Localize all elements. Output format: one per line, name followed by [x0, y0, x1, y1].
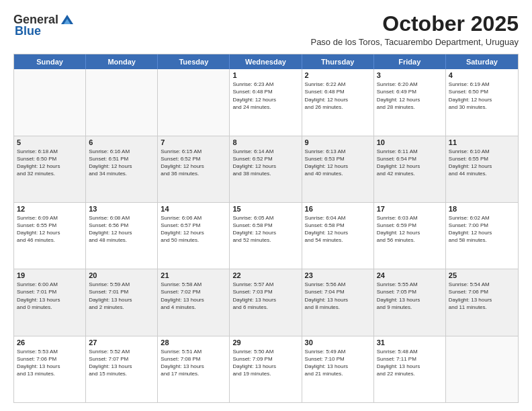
day-info: Sunrise: 5:51 AMSunset: 7:08 PMDaylight:…: [161, 348, 226, 378]
day-number: 20: [89, 271, 154, 279]
day-number: 15: [232, 205, 298, 213]
day-cell-25: 25Sunrise: 5:54 AMSunset: 7:06 PMDayligh…: [446, 269, 518, 335]
day-info: Sunrise: 6:09 AMSunset: 6:55 PMDaylight:…: [17, 214, 83, 244]
day-info: Sunrise: 5:50 AMSunset: 7:09 PMDaylight:…: [232, 348, 298, 378]
day-number: 9: [305, 138, 371, 146]
day-cell-19: 19Sunrise: 6:00 AMSunset: 7:01 PMDayligh…: [14, 269, 86, 335]
day-number: 12: [17, 205, 83, 213]
header-day-wednesday: Wednesday: [230, 54, 302, 69]
day-info: Sunrise: 6:14 AMSunset: 6:52 PMDaylight:…: [232, 148, 298, 178]
day-number: 8: [232, 138, 298, 146]
day-number: 18: [449, 205, 515, 213]
day-cell-14: 14Sunrise: 6:06 AMSunset: 6:57 PMDayligh…: [158, 203, 230, 269]
day-info: Sunrise: 6:22 AMSunset: 6:48 PMDaylight:…: [305, 81, 371, 111]
day-cell-20: 20Sunrise: 5:59 AMSunset: 7:01 PMDayligh…: [86, 269, 158, 335]
day-info: Sunrise: 5:48 AMSunset: 7:11 PMDaylight:…: [377, 348, 443, 378]
empty-cell: [14, 69, 86, 135]
day-number: 7: [161, 138, 226, 146]
page: General Blue October 2025 Paso de los To…: [0, 0, 532, 411]
day-number: 27: [89, 338, 154, 347]
header-day-sunday: Sunday: [14, 54, 86, 69]
header-day-monday: Monday: [86, 54, 158, 69]
day-info: Sunrise: 6:13 AMSunset: 6:53 PMDaylight:…: [305, 148, 371, 178]
day-info: Sunrise: 6:20 AMSunset: 6:49 PMDaylight:…: [377, 81, 443, 111]
day-cell-27: 27Sunrise: 5:52 AMSunset: 7:07 PMDayligh…: [86, 336, 158, 402]
calendar-row-2: 12Sunrise: 6:09 AMSunset: 6:55 PMDayligh…: [14, 202, 518, 269]
day-info: Sunrise: 6:02 AMSunset: 7:00 PMDaylight:…: [449, 214, 515, 244]
day-number: 10: [377, 138, 443, 146]
day-number: 19: [17, 271, 83, 279]
header-day-friday: Friday: [374, 54, 446, 69]
month-title: October 2025: [310, 12, 519, 36]
day-cell-31: 31Sunrise: 5:48 AMSunset: 7:11 PMDayligh…: [374, 336, 446, 402]
header: General Blue October 2025 Paso de los To…: [13, 12, 519, 47]
day-cell-21: 21Sunrise: 5:58 AMSunset: 7:02 PMDayligh…: [158, 269, 230, 335]
day-cell-11: 11Sunrise: 6:10 AMSunset: 6:55 PMDayligh…: [446, 136, 518, 202]
day-number: 1: [232, 71, 298, 79]
day-info: Sunrise: 6:08 AMSunset: 6:56 PMDaylight:…: [89, 214, 154, 244]
day-cell-7: 7Sunrise: 6:15 AMSunset: 6:52 PMDaylight…: [158, 136, 230, 202]
empty-cell: [446, 336, 518, 402]
day-info: Sunrise: 5:57 AMSunset: 7:03 PMDaylight:…: [232, 281, 298, 311]
day-number: 16: [305, 205, 371, 213]
day-number: 5: [17, 138, 83, 146]
day-info: Sunrise: 5:56 AMSunset: 7:04 PMDaylight:…: [305, 281, 371, 311]
day-info: Sunrise: 5:53 AMSunset: 7:06 PMDaylight:…: [17, 348, 83, 378]
day-number: 22: [232, 271, 298, 279]
calendar-row-4: 26Sunrise: 5:53 AMSunset: 7:06 PMDayligh…: [14, 336, 518, 402]
day-cell-26: 26Sunrise: 5:53 AMSunset: 7:06 PMDayligh…: [14, 336, 86, 402]
day-number: 3: [377, 71, 443, 79]
day-cell-18: 18Sunrise: 6:02 AMSunset: 7:00 PMDayligh…: [446, 203, 518, 269]
day-cell-29: 29Sunrise: 5:50 AMSunset: 7:09 PMDayligh…: [230, 336, 302, 402]
day-cell-10: 10Sunrise: 6:11 AMSunset: 6:54 PMDayligh…: [374, 136, 446, 202]
day-cell-22: 22Sunrise: 5:57 AMSunset: 7:03 PMDayligh…: [230, 269, 302, 335]
day-number: 23: [305, 271, 371, 279]
day-cell-6: 6Sunrise: 6:16 AMSunset: 6:51 PMDaylight…: [86, 136, 158, 202]
calendar-row-3: 19Sunrise: 6:00 AMSunset: 7:01 PMDayligh…: [14, 269, 518, 335]
day-number: 6: [89, 138, 154, 146]
day-info: Sunrise: 5:59 AMSunset: 7:01 PMDaylight:…: [89, 281, 154, 311]
day-info: Sunrise: 6:03 AMSunset: 6:59 PMDaylight:…: [377, 214, 443, 244]
calendar-row-1: 5Sunrise: 6:18 AMSunset: 6:50 PMDaylight…: [14, 136, 518, 202]
day-info: Sunrise: 5:52 AMSunset: 7:07 PMDaylight:…: [89, 348, 154, 378]
day-cell-1: 1Sunrise: 6:23 AMSunset: 6:48 PMDaylight…: [230, 69, 302, 135]
day-number: 13: [89, 205, 154, 213]
header-day-tuesday: Tuesday: [158, 54, 230, 69]
day-number: 24: [377, 271, 443, 279]
logo-blue-text: Blue: [15, 24, 41, 38]
day-cell-17: 17Sunrise: 6:03 AMSunset: 6:59 PMDayligh…: [374, 203, 446, 269]
day-number: 2: [305, 71, 371, 79]
day-info: Sunrise: 5:49 AMSunset: 7:10 PMDaylight:…: [305, 348, 371, 378]
day-cell-23: 23Sunrise: 5:56 AMSunset: 7:04 PMDayligh…: [302, 269, 374, 335]
day-info: Sunrise: 5:58 AMSunset: 7:02 PMDaylight:…: [161, 281, 226, 311]
day-cell-4: 4Sunrise: 6:19 AMSunset: 6:50 PMDaylight…: [446, 69, 518, 135]
day-cell-28: 28Sunrise: 5:51 AMSunset: 7:08 PMDayligh…: [158, 336, 230, 402]
calendar: SundayMondayTuesdayWednesdayThursdayFrid…: [13, 54, 519, 403]
day-info: Sunrise: 6:06 AMSunset: 6:57 PMDaylight:…: [161, 214, 226, 244]
header-day-saturday: Saturday: [446, 54, 518, 69]
day-number: 21: [161, 271, 226, 279]
day-cell-3: 3Sunrise: 6:20 AMSunset: 6:49 PMDaylight…: [374, 69, 446, 135]
day-info: Sunrise: 6:11 AMSunset: 6:54 PMDaylight:…: [377, 148, 443, 178]
empty-cell: [86, 69, 158, 135]
day-info: Sunrise: 6:00 AMSunset: 7:01 PMDaylight:…: [17, 281, 83, 311]
empty-cell: [158, 69, 230, 135]
day-number: 14: [161, 205, 226, 213]
day-number: 30: [305, 338, 371, 347]
calendar-row-0: 1Sunrise: 6:23 AMSunset: 6:48 PMDaylight…: [14, 69, 518, 135]
subtitle: Paso de los Toros, Tacuarembo Department…: [310, 37, 519, 47]
day-cell-16: 16Sunrise: 6:04 AMSunset: 6:58 PMDayligh…: [302, 203, 374, 269]
day-number: 25: [449, 271, 515, 279]
day-info: Sunrise: 5:54 AMSunset: 7:06 PMDaylight:…: [449, 281, 515, 311]
day-info: Sunrise: 5:55 AMSunset: 7:05 PMDaylight:…: [377, 281, 443, 311]
day-cell-8: 8Sunrise: 6:14 AMSunset: 6:52 PMDaylight…: [230, 136, 302, 202]
title-block: October 2025 Paso de los Toros, Tacuarem…: [310, 12, 519, 47]
day-info: Sunrise: 6:18 AMSunset: 6:50 PMDaylight:…: [17, 148, 83, 178]
day-cell-13: 13Sunrise: 6:08 AMSunset: 6:56 PMDayligh…: [86, 203, 158, 269]
day-cell-12: 12Sunrise: 6:09 AMSunset: 6:55 PMDayligh…: [14, 203, 86, 269]
day-number: 4: [449, 71, 515, 79]
day-info: Sunrise: 6:04 AMSunset: 6:58 PMDaylight:…: [305, 214, 371, 244]
day-number: 29: [232, 338, 298, 347]
day-info: Sunrise: 6:10 AMSunset: 6:55 PMDaylight:…: [449, 148, 515, 178]
day-cell-5: 5Sunrise: 6:18 AMSunset: 6:50 PMDaylight…: [14, 136, 86, 202]
